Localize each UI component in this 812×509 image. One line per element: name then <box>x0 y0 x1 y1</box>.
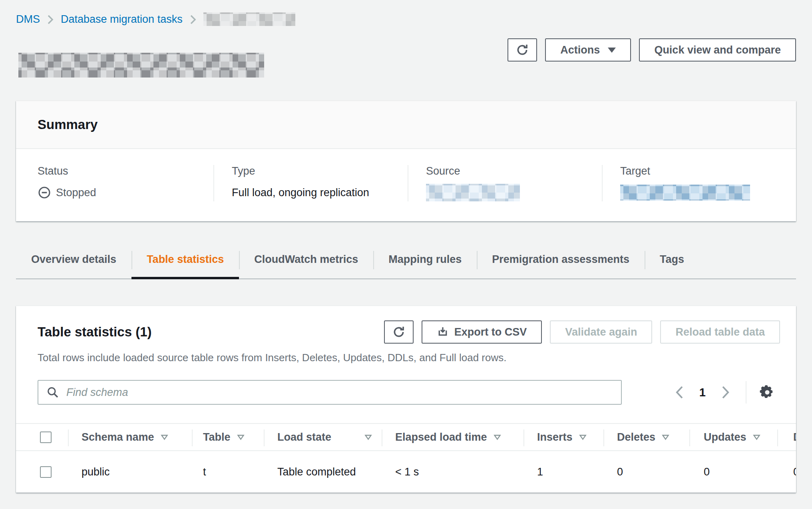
sort-icon[interactable] <box>579 434 587 440</box>
column-header-elapsed-load-time[interactable]: Elapsed load time <box>382 424 523 450</box>
summary-title: Summary <box>38 117 774 132</box>
schema-name-header-label: Schema name <box>82 431 154 443</box>
column-header-load-state[interactable]: Load state <box>264 424 382 450</box>
cell-load-state: Table completed <box>264 451 382 493</box>
cell-deletes: 0 <box>603 451 689 493</box>
sort-icon[interactable] <box>662 434 669 440</box>
tab-tags[interactable]: Tags <box>645 247 699 278</box>
export-to-csv-label: Export to CSV <box>454 326 527 338</box>
column-header-schema-name[interactable]: Schema name <box>68 424 192 450</box>
column-header-ddls-clipped[interactable]: D <box>777 424 796 450</box>
summary-grid: Status Stopped Type Full load, ongoing r… <box>16 149 796 221</box>
elapsed-header-label: Elapsed load time <box>395 431 487 443</box>
next-page-button[interactable] <box>714 381 737 404</box>
table-row[interactable]: public t Table completed < 1 s 1 0 0 0 <box>16 451 796 493</box>
sort-icon[interactable] <box>161 434 168 440</box>
table-statistics-description: Total rows include loaded source table r… <box>16 344 796 364</box>
row-checkbox[interactable] <box>40 466 52 478</box>
pager-divider <box>746 381 746 404</box>
summary-card-header: Summary <box>16 101 796 149</box>
refresh-icon <box>515 43 529 57</box>
pagination: 1 <box>668 380 779 404</box>
tab-overview-details-label: Overview details <box>31 253 116 265</box>
chevron-right-icon <box>190 14 196 24</box>
tab-tags-label: Tags <box>660 253 684 265</box>
stopped-icon <box>38 186 51 199</box>
breadcrumb-current-redacted <box>203 12 295 26</box>
tab-cloudwatch-metrics-label: CloudWatch metrics <box>254 253 358 265</box>
table-header-row: Schema name Table Load state <box>16 423 796 451</box>
tab-premigration-assessments[interactable]: Premigration assessments <box>477 247 645 278</box>
row-checkbox-cell <box>16 451 68 493</box>
actions-button[interactable]: Actions <box>545 38 631 62</box>
preferences-gear-button[interactable] <box>755 380 779 404</box>
updates-header-label: Updates <box>704 431 746 443</box>
column-header-updates[interactable]: Updates <box>689 424 777 450</box>
sort-icon[interactable] <box>237 434 245 440</box>
validate-again-button[interactable]: Validate again <box>550 320 652 344</box>
source-label: Source <box>426 165 590 177</box>
source-link-redacted[interactable] <box>426 184 520 201</box>
select-all-checkbox[interactable] <box>40 431 52 443</box>
load-state-header-label: Load state <box>277 431 331 443</box>
page-title-redacted <box>18 53 264 78</box>
cell-inserts: 1 <box>523 451 603 493</box>
breadcrumb-link-tasks[interactable]: Database migration tasks <box>61 13 183 26</box>
download-icon <box>437 326 449 338</box>
header-checkbox-cell <box>16 424 68 450</box>
tab-premigration-assessments-label: Premigration assessments <box>492 253 629 265</box>
actions-button-label: Actions <box>560 44 600 56</box>
sort-icon[interactable] <box>364 434 372 440</box>
export-to-csv-button[interactable]: Export to CSV <box>422 320 542 344</box>
table-toolbar: 1 <box>16 364 796 405</box>
target-link-redacted[interactable] <box>620 185 750 201</box>
table-refresh-button[interactable] <box>384 320 414 344</box>
refresh-button[interactable] <box>508 38 537 62</box>
inserts-header-label: Inserts <box>537 431 573 443</box>
table-header-label: Table <box>203 431 231 443</box>
column-header-table[interactable]: Table <box>192 424 264 450</box>
table-statistics-title: Table statistics (1) <box>38 320 151 340</box>
sort-icon[interactable] <box>753 434 760 440</box>
tab-table-statistics[interactable]: Table statistics <box>131 247 239 278</box>
tab-overview-details[interactable]: Overview details <box>16 247 131 278</box>
schema-search <box>38 380 622 405</box>
reload-table-data-button[interactable]: Reload table data <box>660 320 780 344</box>
summary-type-column: Type Full load, ongoing replication <box>213 165 408 201</box>
type-label: Type <box>232 165 396 177</box>
tab-mapping-rules[interactable]: Mapping rules <box>373 247 477 278</box>
quick-view-and-compare-button[interactable]: Quick view and compare <box>639 38 796 62</box>
source-value <box>426 184 590 201</box>
type-value: Full load, ongoing replication <box>232 184 396 201</box>
cell-elapsed-load-time: < 1 s <box>382 451 523 493</box>
table-statistics-table: Schema name Table Load state <box>16 423 796 493</box>
cell-schema-name: public <box>68 451 192 493</box>
quick-view-label: Quick view and compare <box>654 44 781 56</box>
table-statistics-card: Table statistics (1) Export to CSV <box>16 306 796 493</box>
dms-task-page: DMS Database migration tasks Actions <box>0 0 812 509</box>
gear-icon <box>759 384 776 401</box>
page-header: Actions Quick view and compare <box>16 38 796 78</box>
status-text: Stopped <box>56 187 96 199</box>
summary-source-column: Source <box>408 165 602 201</box>
previous-page-button[interactable] <box>668 381 691 404</box>
cell-ddls-clipped: 0 <box>777 451 796 493</box>
column-header-deletes[interactable]: Deletes <box>603 424 689 450</box>
chevron-right-icon <box>47 14 54 24</box>
breadcrumb-link-dms[interactable]: DMS <box>16 13 40 26</box>
summary-target-column: Target <box>602 165 796 201</box>
status-value: Stopped <box>38 184 201 201</box>
reload-table-data-label: Reload table data <box>675 326 765 338</box>
status-label: Status <box>38 165 201 177</box>
caret-down-icon <box>608 48 616 53</box>
tab-cloudwatch-metrics[interactable]: CloudWatch metrics <box>239 247 373 278</box>
summary-card: Summary Status Stopped Type Full load, o… <box>16 101 796 221</box>
sort-icon[interactable] <box>494 434 501 440</box>
target-value <box>620 184 784 201</box>
task-detail-tabs: Overview details Table statistics CloudW… <box>16 247 796 279</box>
target-label: Target <box>620 165 784 177</box>
find-schema-input[interactable] <box>38 380 622 405</box>
current-page-number[interactable]: 1 <box>694 386 711 399</box>
refresh-icon <box>392 325 406 339</box>
column-header-inserts[interactable]: Inserts <box>523 424 603 450</box>
